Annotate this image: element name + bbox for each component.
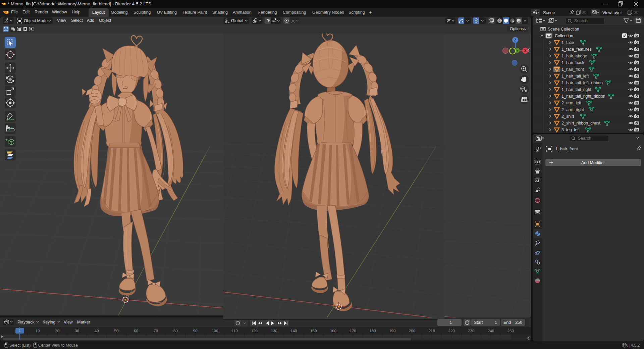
svg-text:150: 150 (310, 329, 317, 333)
svg-text:80: 80 (173, 329, 178, 333)
svg-text:1: 1 (19, 329, 21, 333)
svg-text:160: 160 (330, 329, 336, 333)
svg-text:240: 240 (488, 329, 494, 333)
svg-text:1_hair_tail_right_ribbon: 1_hair_tail_right_ribbon (561, 94, 605, 99)
svg-text:Search: Search (574, 18, 588, 23)
svg-text:Keying: Keying (43, 320, 55, 325)
svg-text:Start: Start (474, 320, 483, 325)
svg-text:1_face_features: 1_face_features (561, 47, 592, 52)
svg-text:Y: Y (516, 49, 518, 52)
svg-text:1_face: 1_face (561, 40, 574, 45)
svg-text:X: X (524, 49, 527, 53)
svg-text:20: 20 (55, 329, 59, 333)
svg-text:110: 110 (231, 329, 237, 333)
svg-text:Playback: Playback (17, 320, 35, 325)
svg-text:1_hair_tail_left_ribbon: 1_hair_tail_left_ribbon (561, 81, 603, 85)
svg-text:| 4.5.2: | 4.5.2 (629, 343, 640, 348)
svg-text:90: 90 (193, 329, 198, 333)
svg-text:Marker: Marker (77, 320, 90, 325)
svg-text:1: 1 (450, 320, 452, 325)
svg-text:View: View (64, 320, 73, 325)
svg-text:ViewLayer: ViewLayer (602, 10, 622, 15)
svg-text:End: End (503, 320, 511, 325)
svg-text:70: 70 (154, 329, 158, 333)
svg-text:230: 230 (468, 329, 474, 333)
svg-text:10: 10 (36, 329, 40, 333)
svg-text:190: 190 (389, 329, 395, 333)
svg-text:Scene: Scene (543, 10, 555, 15)
svg-text:120: 120 (251, 329, 258, 333)
svg-text:1_hair_front: 1_hair_front (561, 67, 584, 72)
svg-text:1_hair_back: 1_hair_back (561, 60, 585, 65)
svg-text:130: 130 (271, 329, 277, 333)
svg-text:2_shirt_ribbon_chest: 2_shirt_ribbon_chest (561, 121, 601, 126)
svg-text:3_leg_left: 3_leg_left (561, 128, 580, 132)
svg-text:200: 200 (409, 329, 415, 333)
svg-text:Search: Search (578, 136, 591, 141)
svg-text:Z: Z (514, 38, 516, 42)
svg-text:30: 30 (75, 329, 79, 333)
svg-text:60: 60 (134, 329, 138, 333)
svg-text:1_hair_front: 1_hair_front (555, 147, 578, 151)
svg-text:210: 210 (429, 329, 435, 333)
svg-text:Scene Collection: Scene Collection (548, 27, 579, 32)
svg-text:2_arm_right: 2_arm_right (561, 107, 584, 112)
svg-text:Collection: Collection (555, 34, 573, 38)
svg-text:170: 170 (350, 329, 356, 333)
svg-text:1_hair_tail_left: 1_hair_tail_left (561, 74, 589, 79)
svg-text:180: 180 (369, 329, 376, 333)
svg-text:Add Modifier: Add Modifier (581, 160, 605, 165)
svg-text:250: 250 (507, 329, 514, 333)
svg-text:250: 250 (515, 320, 522, 325)
svg-text:1_hair_ahoge: 1_hair_ahoge (561, 54, 587, 58)
svg-text:2_shirt: 2_shirt (561, 114, 574, 119)
svg-text:Select (List): Select (List) (9, 343, 31, 348)
svg-text:2_arm_left: 2_arm_left (561, 101, 582, 105)
svg-text:100: 100 (212, 329, 218, 333)
svg-text:40: 40 (95, 329, 99, 333)
svg-text:220: 220 (448, 329, 455, 333)
svg-text:1_hair_tail_right: 1_hair_tail_right (561, 87, 591, 92)
svg-text:50: 50 (114, 329, 119, 333)
svg-text:4: 4 (627, 345, 629, 348)
svg-text:Center View to Mouse: Center View to Mouse (38, 343, 78, 348)
svg-text:140: 140 (290, 329, 297, 333)
svg-text:1: 1 (495, 320, 497, 325)
